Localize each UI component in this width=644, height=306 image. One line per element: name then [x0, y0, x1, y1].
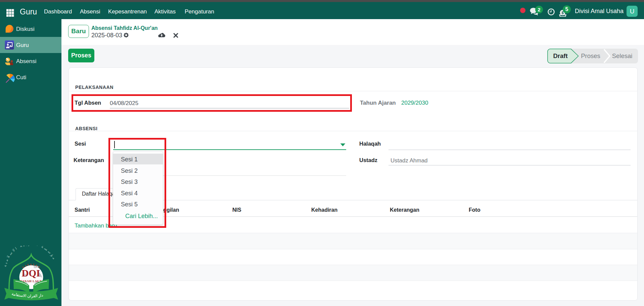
svg-text:DQI: DQI: [22, 268, 40, 278]
